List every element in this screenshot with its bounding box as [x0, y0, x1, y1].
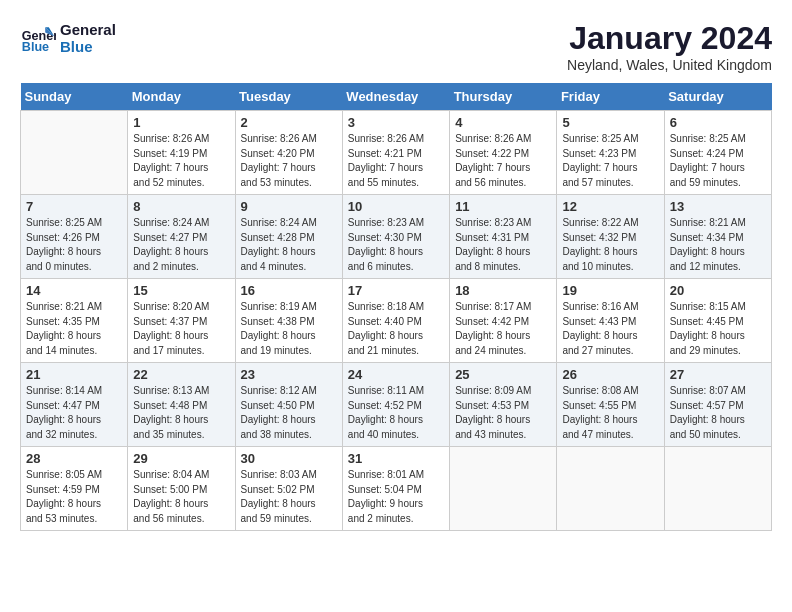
calendar-week-2: 7Sunrise: 8:25 AMSunset: 4:26 PMDaylight…	[21, 195, 772, 279]
calendar-cell: 19Sunrise: 8:16 AMSunset: 4:43 PMDayligh…	[557, 279, 664, 363]
day-number: 12	[562, 199, 658, 214]
day-number: 25	[455, 367, 551, 382]
dow-friday: Friday	[557, 83, 664, 111]
day-number: 28	[26, 451, 122, 466]
dow-sunday: Sunday	[21, 83, 128, 111]
day-info: Sunrise: 8:04 AMSunset: 5:00 PMDaylight:…	[133, 468, 229, 526]
calendar-cell	[21, 111, 128, 195]
calendar-cell: 16Sunrise: 8:19 AMSunset: 4:38 PMDayligh…	[235, 279, 342, 363]
calendar-cell: 4Sunrise: 8:26 AMSunset: 4:22 PMDaylight…	[450, 111, 557, 195]
day-number: 20	[670, 283, 766, 298]
calendar-week-4: 21Sunrise: 8:14 AMSunset: 4:47 PMDayligh…	[21, 363, 772, 447]
day-info: Sunrise: 8:25 AMSunset: 4:26 PMDaylight:…	[26, 216, 122, 274]
title-block: January 2024 Neyland, Wales, United King…	[567, 20, 772, 73]
day-number: 5	[562, 115, 658, 130]
day-number: 18	[455, 283, 551, 298]
day-info: Sunrise: 8:18 AMSunset: 4:40 PMDaylight:…	[348, 300, 444, 358]
day-number: 24	[348, 367, 444, 382]
logo-icon: General Blue	[20, 20, 56, 56]
day-info: Sunrise: 8:23 AMSunset: 4:31 PMDaylight:…	[455, 216, 551, 274]
calendar-cell: 27Sunrise: 8:07 AMSunset: 4:57 PMDayligh…	[664, 363, 771, 447]
calendar-table: SundayMondayTuesdayWednesdayThursdayFrid…	[20, 83, 772, 531]
calendar-cell: 6Sunrise: 8:25 AMSunset: 4:24 PMDaylight…	[664, 111, 771, 195]
svg-text:Blue: Blue	[22, 40, 49, 54]
calendar-cell: 3Sunrise: 8:26 AMSunset: 4:21 PMDaylight…	[342, 111, 449, 195]
day-info: Sunrise: 8:19 AMSunset: 4:38 PMDaylight:…	[241, 300, 337, 358]
logo-blue: Blue	[60, 38, 116, 55]
day-number: 17	[348, 283, 444, 298]
day-info: Sunrise: 8:24 AMSunset: 4:28 PMDaylight:…	[241, 216, 337, 274]
calendar-cell: 28Sunrise: 8:05 AMSunset: 4:59 PMDayligh…	[21, 447, 128, 531]
day-number: 9	[241, 199, 337, 214]
calendar-cell: 5Sunrise: 8:25 AMSunset: 4:23 PMDaylight…	[557, 111, 664, 195]
day-number: 27	[670, 367, 766, 382]
day-number: 4	[455, 115, 551, 130]
dow-saturday: Saturday	[664, 83, 771, 111]
calendar-cell: 30Sunrise: 8:03 AMSunset: 5:02 PMDayligh…	[235, 447, 342, 531]
calendar-cell: 12Sunrise: 8:22 AMSunset: 4:32 PMDayligh…	[557, 195, 664, 279]
day-info: Sunrise: 8:14 AMSunset: 4:47 PMDaylight:…	[26, 384, 122, 442]
day-number: 3	[348, 115, 444, 130]
calendar-cell: 29Sunrise: 8:04 AMSunset: 5:00 PMDayligh…	[128, 447, 235, 531]
calendar-week-5: 28Sunrise: 8:05 AMSunset: 4:59 PMDayligh…	[21, 447, 772, 531]
logo-general: General	[60, 21, 116, 38]
day-info: Sunrise: 8:25 AMSunset: 4:24 PMDaylight:…	[670, 132, 766, 190]
day-number: 31	[348, 451, 444, 466]
day-info: Sunrise: 8:20 AMSunset: 4:37 PMDaylight:…	[133, 300, 229, 358]
calendar-cell	[557, 447, 664, 531]
calendar-cell: 26Sunrise: 8:08 AMSunset: 4:55 PMDayligh…	[557, 363, 664, 447]
day-info: Sunrise: 8:13 AMSunset: 4:48 PMDaylight:…	[133, 384, 229, 442]
day-number: 23	[241, 367, 337, 382]
dow-tuesday: Tuesday	[235, 83, 342, 111]
day-info: Sunrise: 8:26 AMSunset: 4:19 PMDaylight:…	[133, 132, 229, 190]
day-number: 21	[26, 367, 122, 382]
day-info: Sunrise: 8:26 AMSunset: 4:22 PMDaylight:…	[455, 132, 551, 190]
calendar-cell: 13Sunrise: 8:21 AMSunset: 4:34 PMDayligh…	[664, 195, 771, 279]
calendar-cell	[450, 447, 557, 531]
calendar-cell: 18Sunrise: 8:17 AMSunset: 4:42 PMDayligh…	[450, 279, 557, 363]
day-info: Sunrise: 8:23 AMSunset: 4:30 PMDaylight:…	[348, 216, 444, 274]
day-number: 26	[562, 367, 658, 382]
calendar-body: 1Sunrise: 8:26 AMSunset: 4:19 PMDaylight…	[21, 111, 772, 531]
dow-thursday: Thursday	[450, 83, 557, 111]
calendar-cell: 15Sunrise: 8:20 AMSunset: 4:37 PMDayligh…	[128, 279, 235, 363]
day-info: Sunrise: 8:17 AMSunset: 4:42 PMDaylight:…	[455, 300, 551, 358]
dow-wednesday: Wednesday	[342, 83, 449, 111]
calendar-week-3: 14Sunrise: 8:21 AMSunset: 4:35 PMDayligh…	[21, 279, 772, 363]
day-info: Sunrise: 8:07 AMSunset: 4:57 PMDaylight:…	[670, 384, 766, 442]
day-number: 8	[133, 199, 229, 214]
days-of-week-header: SundayMondayTuesdayWednesdayThursdayFrid…	[21, 83, 772, 111]
calendar-cell: 24Sunrise: 8:11 AMSunset: 4:52 PMDayligh…	[342, 363, 449, 447]
day-info: Sunrise: 8:22 AMSunset: 4:32 PMDaylight:…	[562, 216, 658, 274]
calendar-cell: 8Sunrise: 8:24 AMSunset: 4:27 PMDaylight…	[128, 195, 235, 279]
calendar-cell: 17Sunrise: 8:18 AMSunset: 4:40 PMDayligh…	[342, 279, 449, 363]
location-subtitle: Neyland, Wales, United Kingdom	[567, 57, 772, 73]
day-number: 29	[133, 451, 229, 466]
day-info: Sunrise: 8:05 AMSunset: 4:59 PMDaylight:…	[26, 468, 122, 526]
day-number: 19	[562, 283, 658, 298]
day-info: Sunrise: 8:21 AMSunset: 4:34 PMDaylight:…	[670, 216, 766, 274]
day-info: Sunrise: 8:24 AMSunset: 4:27 PMDaylight:…	[133, 216, 229, 274]
page-header: General Blue General Blue January 2024 N…	[20, 20, 772, 73]
day-info: Sunrise: 8:08 AMSunset: 4:55 PMDaylight:…	[562, 384, 658, 442]
day-number: 14	[26, 283, 122, 298]
day-number: 22	[133, 367, 229, 382]
day-number: 30	[241, 451, 337, 466]
day-info: Sunrise: 8:01 AMSunset: 5:04 PMDaylight:…	[348, 468, 444, 526]
logo: General Blue General Blue	[20, 20, 116, 56]
day-info: Sunrise: 8:12 AMSunset: 4:50 PMDaylight:…	[241, 384, 337, 442]
month-title: January 2024	[567, 20, 772, 57]
day-number: 15	[133, 283, 229, 298]
calendar-cell: 25Sunrise: 8:09 AMSunset: 4:53 PMDayligh…	[450, 363, 557, 447]
calendar-cell: 22Sunrise: 8:13 AMSunset: 4:48 PMDayligh…	[128, 363, 235, 447]
day-info: Sunrise: 8:16 AMSunset: 4:43 PMDaylight:…	[562, 300, 658, 358]
day-number: 16	[241, 283, 337, 298]
calendar-cell: 23Sunrise: 8:12 AMSunset: 4:50 PMDayligh…	[235, 363, 342, 447]
calendar-cell: 11Sunrise: 8:23 AMSunset: 4:31 PMDayligh…	[450, 195, 557, 279]
day-number: 13	[670, 199, 766, 214]
day-number: 1	[133, 115, 229, 130]
day-info: Sunrise: 8:26 AMSunset: 4:20 PMDaylight:…	[241, 132, 337, 190]
day-info: Sunrise: 8:03 AMSunset: 5:02 PMDaylight:…	[241, 468, 337, 526]
calendar-cell: 2Sunrise: 8:26 AMSunset: 4:20 PMDaylight…	[235, 111, 342, 195]
day-info: Sunrise: 8:11 AMSunset: 4:52 PMDaylight:…	[348, 384, 444, 442]
